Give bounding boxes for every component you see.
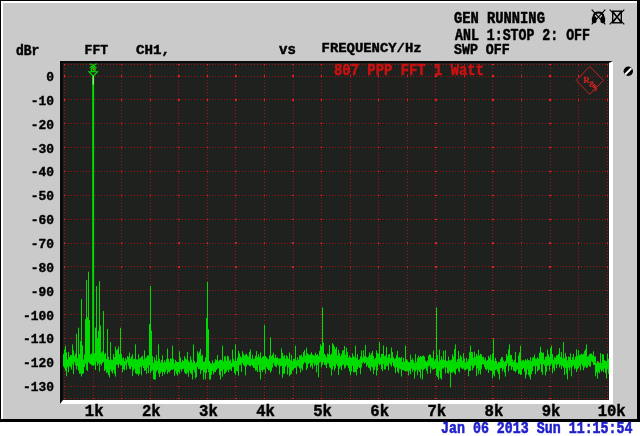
svg-text:S: S — [592, 83, 597, 93]
